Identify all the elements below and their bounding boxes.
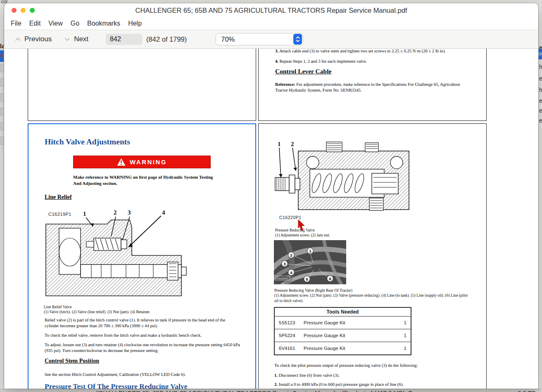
next-page-button[interactable]: Next	[64, 35, 88, 43]
background-selected-row[interactable]: oc	[539, 49, 542, 59]
menu-go[interactable]: Go	[71, 20, 79, 27]
photo-callout-3: 3	[283, 262, 285, 266]
chevron-up-icon	[14, 36, 21, 43]
step-number: 3.	[275, 49, 278, 53]
pressure-reducing-valve-figure: 1 2	[273, 139, 414, 214]
background-text-fragment: ex	[539, 107, 542, 114]
file-icon[interactable]	[0, 64, 4, 72]
tool-qty: 1	[399, 346, 411, 351]
background-text-fragment: hk	[539, 87, 542, 93]
previous-label: Previous	[24, 35, 52, 43]
toolbar: Previous Next (842 of 1799) 70%	[4, 30, 538, 49]
warning-note: Make reference to WARNING on first page …	[73, 174, 216, 187]
zoom-level-select[interactable]: 70%	[216, 33, 303, 45]
file-icon[interactable]	[0, 93, 4, 102]
file-icon[interactable]	[0, 108, 4, 116]
tool-part-number: 6V4161	[275, 346, 304, 351]
background-text-fragment: la	[0, 43, 4, 50]
file-icon[interactable]	[0, 122, 4, 130]
paragraph: To adjust, loosen nut (3) and turn retai…	[45, 342, 240, 354]
callout-1: 1	[278, 141, 281, 147]
selected-file-icon[interactable]: ✕	[0, 50, 4, 62]
table-row: 5S5123 Pressure Gauge Kit 1	[275, 316, 411, 329]
step-item: 2. Install a 0 to 4000 kPa (0 to 600 psi…	[274, 381, 473, 387]
warning-label: WARNING	[130, 158, 167, 165]
section-heading-pressure-test: Pressure Test Of The Pressure Reducing V…	[45, 382, 188, 389]
tool-name: Pressure Gauge Kit	[304, 333, 399, 338]
warning-triangle-icon	[117, 158, 126, 166]
reference-paragraph: Reference: For adjustment procedure, mak…	[275, 81, 469, 93]
zoom-spinner-control[interactable]	[293, 34, 302, 45]
warning-banner: WARNING	[73, 156, 211, 168]
pdf-page-842: Hitch Valve Adjustments WARNING Make ref…	[28, 123, 256, 389]
document-view[interactable]: 3. Attach cable end (3) to valve stem an…	[4, 49, 538, 389]
photo-callout-5: 5	[306, 277, 308, 281]
callout-1: 1	[83, 210, 86, 217]
file-icon[interactable]	[0, 137, 4, 145]
step-item: 1. Disconnect line (6) from valve (3).	[274, 372, 473, 378]
tool-name: Pressure Gauge Kit	[304, 346, 399, 351]
step-number: 2.	[274, 382, 278, 387]
step-text: Attach cable end (3) to valve stem and t…	[279, 49, 446, 53]
photo-caption-text: (1) Adjustment screw. (2) Nut (jam). (3)…	[274, 293, 473, 303]
reference-label: Reference:	[275, 82, 295, 87]
figure-caption-title: Pressure Reducing Valve	[275, 228, 473, 233]
step-number: 4.	[275, 59, 278, 64]
figure-caption: Pressure Reducing Valve (1) Adjustment s…	[275, 228, 473, 238]
window-title: CHALLENGER 65; 65B AND 75 AGRICULTURAL T…	[4, 7, 538, 14]
tool-name: Pressure Gauge Kit	[304, 320, 399, 325]
tool-qty: 1	[399, 320, 411, 325]
tool-part-number: 5S5123	[275, 320, 304, 325]
background-text-fragment: oc	[539, 50, 542, 57]
mouse-cursor	[298, 220, 305, 231]
paragraph: See the section Hitch Control Adjustment…	[45, 371, 240, 377]
background-window-left-edge: la ✕	[0, 3, 4, 389]
table-row: 5P5224 Pressure Gauge Kit 1	[275, 329, 411, 342]
titlebar[interactable]: CHALLENGER 65; 65B AND 75 AGRICULTURAL T…	[4, 3, 538, 17]
status-bar-free-space: 2.0 TB	[518, 390, 536, 392]
pdf-page-841	[28, 49, 256, 121]
tool-part-number: 5P5224	[275, 333, 304, 338]
background-text-fragment: ool	[1, 0, 7, 3]
menu-help[interactable]: Help	[128, 20, 142, 27]
tool-qty: 1	[399, 333, 411, 338]
photo-callout-1: 1	[309, 249, 311, 253]
finder-status-bar: "CHALLENGER 65; 65B AND 75 AGRICULTURAL …	[0, 389, 542, 392]
reference-text: For adjustment procedure, make reference…	[275, 82, 460, 92]
pdf-page-843: 1 2	[258, 123, 487, 389]
page-number-input[interactable]	[106, 34, 142, 45]
tools-table-header: Tools Needed	[275, 308, 411, 316]
section-heading: Control Lever Cable	[275, 68, 331, 75]
screen: ool la ✕ p oc hk ex hk ex ex ex "CHALLEN…	[0, 0, 542, 392]
photo-callout-2: 2	[290, 253, 292, 257]
page-count-label: (842 of 1799)	[146, 35, 187, 43]
zoom-value: 70%	[221, 35, 235, 43]
background-window-right-edge: p oc hk ex hk ex ex ex	[538, 3, 542, 389]
menu-bookmarks[interactable]: Bookmarks	[87, 20, 120, 27]
menu-view[interactable]: View	[48, 20, 62, 27]
background-text-fragment: hk	[539, 64, 542, 70]
file-icon[interactable]	[0, 78, 4, 87]
menu-edit[interactable]: Edit	[29, 20, 41, 27]
figure-caption-text: (1) Valve (hitch). (2) Valve (line relie…	[44, 309, 242, 314]
step-item: 3. Attach cable end (3) to valve stem an…	[275, 49, 473, 54]
step-text: Install a 0 to 4000 kPa (0 to 600 psi) p…	[279, 382, 404, 387]
photo-callout-4: 4	[290, 271, 292, 275]
menu-bar: File Edit View Go Bookmarks Help	[4, 17, 538, 30]
pdf-page-previous-right: 3. Attach cable end (3) to valve stem an…	[258, 49, 487, 121]
figure-caption-text: (1) Adjustment screw. (2) Jam nut.	[275, 233, 473, 238]
tools-needed-table: Tools Needed 5S5123 Pressure Gauge Kit 1…	[274, 307, 411, 355]
photo-id-label: C16192P3	[276, 277, 287, 280]
step-text: Disconnect line (6) from valve (3).	[279, 373, 340, 378]
previous-page-button[interactable]: Previous	[14, 35, 52, 43]
callout-3: 3	[128, 209, 131, 216]
line-relief-valve-figure: C16219P1 1 2 3 4	[45, 207, 187, 301]
photo-caption-title: Pressure Reducing Valve (Right Rear Of T…	[274, 288, 473, 293]
chevron-down-icon	[64, 36, 71, 43]
paragraph: To check the pilot pressure output of pr…	[274, 362, 473, 368]
photo-caption: Pressure Reducing Valve (Right Rear Of T…	[274, 288, 473, 303]
paragraph: Relief valve (2) is part of the hitch co…	[45, 317, 240, 329]
figure-label: C16219P1	[48, 212, 71, 217]
section-heading-control-stem: Control Stem Position	[45, 358, 99, 364]
menu-file[interactable]: File	[11, 20, 21, 27]
